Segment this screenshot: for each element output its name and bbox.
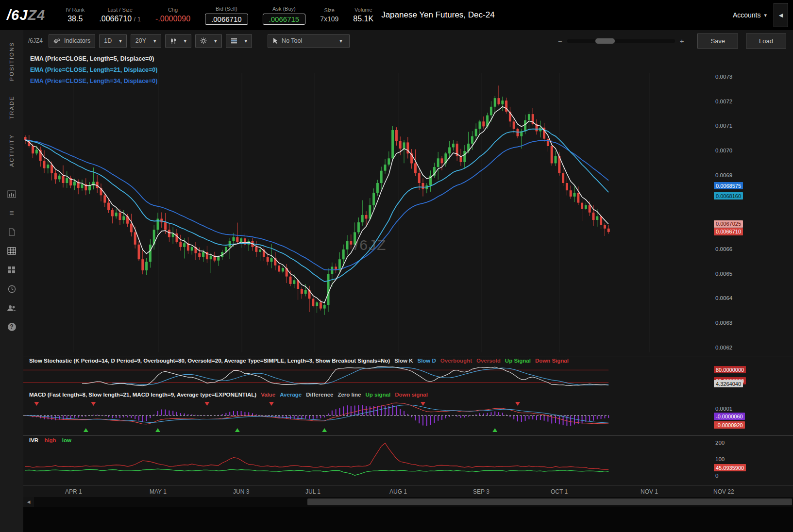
legend-item: Up signal bbox=[365, 392, 390, 398]
macd-title[interactable]: MACD (Fast length=8, Slow length=21, MAC… bbox=[29, 392, 256, 398]
bid-button[interactable]: .0066710 bbox=[205, 14, 248, 25]
stochastic-axis[interactable]: 80.000000020.00000004.3264040 bbox=[713, 356, 793, 390]
history-clock-icon[interactable] bbox=[4, 283, 19, 295]
stochastic-title[interactable]: Slow Stochastic (K Period=14, D Period=9… bbox=[29, 358, 390, 364]
time-axis-label: APR 1 bbox=[65, 488, 82, 495]
symbol: /6JZ4 bbox=[7, 7, 45, 23]
iv-rank-value: 38.5 bbox=[67, 15, 83, 23]
price-panel-row: EMA (Price=CLOSE, Length=5, Displace=0) … bbox=[23, 51, 793, 356]
chevron-down-icon: ▾ bbox=[339, 38, 342, 44]
candlestick-icon bbox=[170, 38, 177, 44]
save-button[interactable]: Save bbox=[697, 33, 738, 49]
chevron-down-icon: ▾ bbox=[764, 12, 767, 18]
ema34-label[interactable]: EMA (Price=CLOSE, Length=34, Displace=0) bbox=[30, 78, 157, 84]
ivr-title[interactable]: IVR bbox=[29, 437, 38, 443]
volume-block: Volume 85.1K bbox=[353, 7, 373, 23]
scroll-left-button[interactable]: ◀ bbox=[23, 497, 34, 507]
accounts-label: Accounts bbox=[733, 11, 761, 19]
toolbar-symbol: /6JZ4 bbox=[28, 37, 43, 44]
legend-item: Down Signal bbox=[535, 358, 569, 364]
orders-icon[interactable] bbox=[4, 226, 19, 238]
zoom-slider-thumb[interactable] bbox=[595, 38, 615, 44]
contract-title: Japanese Yen Futures, Dec-24 bbox=[381, 10, 494, 20]
watchlist-icon[interactable]: ≡ bbox=[4, 207, 19, 219]
chart-type-dropdown[interactable]: ▾ bbox=[165, 34, 192, 48]
zoom-in-button[interactable]: + bbox=[680, 37, 684, 45]
gear-icon bbox=[200, 37, 207, 44]
indicator-labels: EMA (Price=CLOSE, Length=5, Displace=0) … bbox=[30, 55, 157, 89]
chg-block: Chg -.0000090 bbox=[155, 7, 190, 23]
drawing-tool-dropdown[interactable]: No Tool ▾ bbox=[268, 34, 350, 48]
macd-value-tag: -0.0000920 bbox=[714, 421, 745, 429]
last-size: / 1 bbox=[134, 16, 141, 23]
sidebar-tab-positions[interactable]: POSITIONS bbox=[9, 42, 15, 81]
price-axis[interactable]: 0.00730.00720.00710.00700.00690.00660.00… bbox=[713, 51, 793, 356]
price-tick: 0.0065 bbox=[715, 271, 732, 277]
community-people-icon[interactable] bbox=[4, 301, 19, 314]
chart-settings-button[interactable]: ▾ bbox=[195, 34, 222, 48]
chart-grid-icon-active[interactable] bbox=[4, 245, 19, 257]
ivr-chart[interactable] bbox=[23, 436, 713, 485]
indicators-button[interactable]: Indicators bbox=[49, 34, 95, 48]
price-tick: 0.0072 bbox=[715, 99, 732, 104]
help-glyph: ? bbox=[8, 323, 16, 331]
sidebar-tab-trade[interactable]: TRADE bbox=[9, 96, 15, 119]
ema34-value-tag: 0.0068575 bbox=[714, 182, 743, 189]
macd-canvas[interactable]: MACD (Fast length=8, Slow length=21, MAC… bbox=[23, 390, 713, 435]
candlestick-chart[interactable] bbox=[23, 51, 713, 356]
load-button[interactable]: Load bbox=[746, 33, 786, 49]
help-icon[interactable]: ? bbox=[4, 320, 19, 333]
range-dropdown[interactable]: 20Y ▾ bbox=[131, 34, 161, 48]
zoom-slider[interactable] bbox=[567, 39, 675, 43]
size-value: 7x109 bbox=[320, 15, 338, 23]
chevron-down-icon: ▾ bbox=[119, 38, 122, 44]
chg-label: Chg bbox=[168, 7, 178, 13]
chart-toolbar: /6JZ4 Indicators 1D ▾ 20Y ▾ ▾ ▾ bbox=[23, 30, 793, 51]
stochastic-canvas[interactable]: Slow Stochastic (K Period=14, D Period=9… bbox=[23, 356, 713, 390]
legend-item: Overbought bbox=[440, 358, 472, 364]
scrollbar-track[interactable] bbox=[34, 497, 793, 507]
legend-item: Down signal bbox=[395, 392, 428, 398]
chevron-down-icon: ▾ bbox=[153, 38, 156, 44]
legend-item: Up Signal bbox=[505, 358, 531, 364]
legend-item: Oversold bbox=[476, 358, 501, 364]
chevron-down-icon: ▾ bbox=[245, 38, 248, 44]
accounts-dropdown[interactable]: Accounts ▾ bbox=[733, 11, 767, 19]
volume-label: Volume bbox=[354, 7, 372, 13]
bid-block: Bid (Sell) .0066710 bbox=[205, 6, 248, 25]
legend-item: Zero line bbox=[337, 392, 361, 398]
timeframe-dropdown[interactable]: 1D ▾ bbox=[99, 34, 127, 48]
bid-label: Bid (Sell) bbox=[216, 6, 237, 12]
apps-grid-icon[interactable] bbox=[4, 264, 19, 276]
macd-axis[interactable]: 0.0001-0.0000060-0.0000920 bbox=[713, 390, 793, 435]
collapse-panel-button[interactable]: ◀ bbox=[774, 3, 788, 27]
size-label: Size bbox=[324, 7, 335, 13]
legend-item: Slow D bbox=[417, 358, 436, 364]
stochastic-header: Slow Stochastic (K Period=14, D Period=9… bbox=[29, 358, 569, 364]
ivr-tick: 200 bbox=[715, 440, 725, 446]
iv-rank-block: IV Rank 38.5 bbox=[66, 7, 84, 23]
ema21-label[interactable]: EMA (Price=CLOSE, Length=21, Displace=0) bbox=[30, 66, 157, 73]
scrollbar-thumb[interactable] bbox=[307, 499, 792, 505]
ivr-axis[interactable]: 20010045.09359000 bbox=[713, 436, 793, 485]
ivr-value-tag: 45.0935900 bbox=[714, 464, 746, 471]
price-chart-canvas[interactable]: EMA (Price=CLOSE, Length=5, Displace=0) … bbox=[23, 51, 713, 356]
ask-label: Ask (Buy) bbox=[272, 6, 296, 12]
price-tick: 0.0073 bbox=[715, 74, 732, 80]
legend-item: Value bbox=[261, 392, 275, 398]
ema5-label[interactable]: EMA (Price=CLOSE, Length=5, Displace=0) bbox=[30, 55, 157, 62]
ask-block: Ask (Buy) .0066715 bbox=[263, 6, 306, 25]
time-axis[interactable]: APR 1MAY 1JUN 3JUL 1AUG 1SEP 3OCT 1NOV 1… bbox=[23, 485, 793, 497]
chart-page-icon[interactable] bbox=[4, 188, 19, 200]
ivr-low-label: low bbox=[62, 437, 71, 443]
ask-button[interactable]: .0066715 bbox=[263, 14, 306, 25]
stochastic-panel-row: Slow Stochastic (K Period=14, D Period=9… bbox=[23, 356, 793, 390]
time-axis-label: MAY 1 bbox=[150, 488, 167, 495]
cursor-icon bbox=[272, 37, 278, 44]
studies-layers-dropdown[interactable]: ▾ bbox=[226, 34, 253, 48]
ivr-canvas[interactable]: IVR high low bbox=[23, 436, 713, 485]
top-bar: /6JZ4 IV Rank 38.5 Last / Size .0066710 … bbox=[0, 0, 793, 30]
zoom-out-button[interactable]: − bbox=[558, 37, 562, 45]
sidebar-tab-activity[interactable]: ACTIVITY bbox=[9, 134, 15, 167]
timeframe-value: 1D bbox=[104, 37, 112, 44]
